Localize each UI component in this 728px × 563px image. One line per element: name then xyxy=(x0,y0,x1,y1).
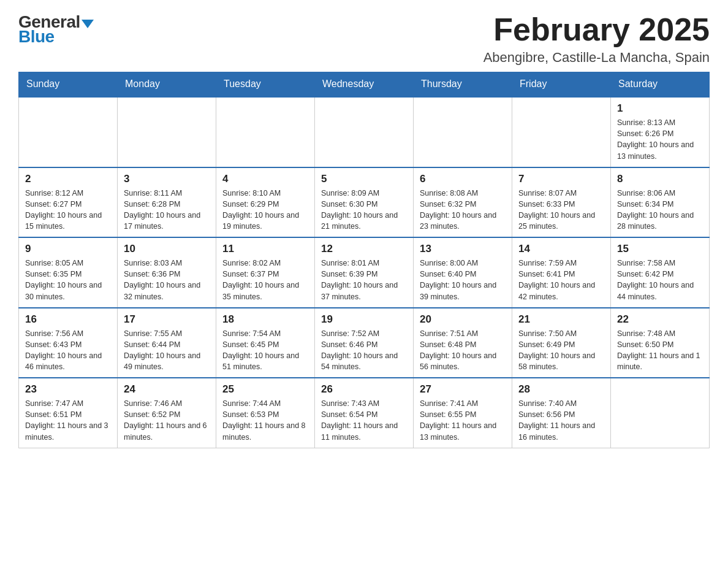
day-number: 1 xyxy=(617,102,703,115)
weekday-header-friday: Friday xyxy=(512,72,611,97)
day-number: 21 xyxy=(518,313,604,326)
day-number: 6 xyxy=(420,173,506,185)
day-info: Sunrise: 8:06 AM Sunset: 6:34 PM Dayligh… xyxy=(617,188,703,232)
day-info: Sunrise: 8:01 AM Sunset: 6:39 PM Dayligh… xyxy=(321,258,407,302)
calendar-cell: 20Sunrise: 7:51 AM Sunset: 6:48 PM Dayli… xyxy=(414,308,512,378)
day-info: Sunrise: 8:11 AM Sunset: 6:28 PM Dayligh… xyxy=(124,188,210,232)
logo-triangle-icon xyxy=(82,20,94,28)
day-info: Sunrise: 7:44 AM Sunset: 6:53 PM Dayligh… xyxy=(222,398,308,443)
day-number: 2 xyxy=(25,173,111,185)
calendar-cell: 28Sunrise: 7:40 AM Sunset: 6:56 PM Dayli… xyxy=(512,378,611,448)
title-section: February 2025 Abengibre, Castille-La Man… xyxy=(483,12,710,66)
calendar-cell: 11Sunrise: 8:02 AM Sunset: 6:37 PM Dayli… xyxy=(216,237,315,308)
day-number: 18 xyxy=(222,313,308,326)
weekday-header-wednesday: Wednesday xyxy=(315,72,414,97)
day-info: Sunrise: 7:59 AM Sunset: 6:41 PM Dayligh… xyxy=(518,258,604,302)
calendar-cell: 13Sunrise: 8:00 AM Sunset: 6:40 PM Dayli… xyxy=(414,237,512,308)
day-info: Sunrise: 8:07 AM Sunset: 6:33 PM Dayligh… xyxy=(518,188,604,232)
calendar-cell: 2Sunrise: 8:12 AM Sunset: 6:27 PM Daylig… xyxy=(19,167,118,238)
calendar-table: SundayMondayTuesdayWednesdayThursdayFrid… xyxy=(18,72,710,448)
calendar-cell: 17Sunrise: 7:55 AM Sunset: 6:44 PM Dayli… xyxy=(118,308,216,378)
day-number: 8 xyxy=(617,173,703,185)
calendar-cell: 8Sunrise: 8:06 AM Sunset: 6:34 PM Daylig… xyxy=(611,167,710,238)
calendar-week-row: 23Sunrise: 7:47 AM Sunset: 6:51 PM Dayli… xyxy=(19,378,710,448)
weekday-header-tuesday: Tuesday xyxy=(216,72,315,97)
calendar-cell: 24Sunrise: 7:46 AM Sunset: 6:52 PM Dayli… xyxy=(118,378,216,448)
day-number: 19 xyxy=(321,313,407,326)
day-info: Sunrise: 8:12 AM Sunset: 6:27 PM Dayligh… xyxy=(25,188,111,232)
calendar-cell: 3Sunrise: 8:11 AM Sunset: 6:28 PM Daylig… xyxy=(118,167,216,238)
day-number: 22 xyxy=(617,313,703,326)
day-number: 26 xyxy=(321,383,407,396)
weekday-header-sunday: Sunday xyxy=(19,72,118,97)
day-info: Sunrise: 7:56 AM Sunset: 6:43 PM Dayligh… xyxy=(25,328,111,373)
calendar-cell: 23Sunrise: 7:47 AM Sunset: 6:51 PM Dayli… xyxy=(19,378,118,448)
calendar-cell: 12Sunrise: 8:01 AM Sunset: 6:39 PM Dayli… xyxy=(315,237,414,308)
calendar-cell xyxy=(611,378,710,448)
day-info: Sunrise: 7:54 AM Sunset: 6:45 PM Dayligh… xyxy=(222,328,308,373)
day-number: 23 xyxy=(25,383,111,396)
day-info: Sunrise: 8:00 AM Sunset: 6:40 PM Dayligh… xyxy=(420,258,506,302)
day-number: 17 xyxy=(124,313,210,326)
day-number: 4 xyxy=(222,173,308,185)
calendar-cell: 6Sunrise: 8:08 AM Sunset: 6:32 PM Daylig… xyxy=(414,167,512,238)
day-info: Sunrise: 7:48 AM Sunset: 6:50 PM Dayligh… xyxy=(617,328,703,373)
day-number: 28 xyxy=(518,383,604,396)
day-number: 5 xyxy=(321,173,407,185)
day-number: 14 xyxy=(518,243,604,255)
day-number: 9 xyxy=(25,243,111,255)
day-info: Sunrise: 7:46 AM Sunset: 6:52 PM Dayligh… xyxy=(124,398,210,443)
day-info: Sunrise: 7:51 AM Sunset: 6:48 PM Dayligh… xyxy=(420,328,506,373)
day-info: Sunrise: 7:50 AM Sunset: 6:49 PM Dayligh… xyxy=(518,328,604,373)
calendar-cell xyxy=(19,97,118,167)
calendar-cell xyxy=(118,97,216,167)
day-number: 25 xyxy=(222,383,308,396)
weekday-header-saturday: Saturday xyxy=(611,72,710,97)
calendar-cell: 22Sunrise: 7:48 AM Sunset: 6:50 PM Dayli… xyxy=(611,308,710,378)
calendar-cell: 19Sunrise: 7:52 AM Sunset: 6:46 PM Dayli… xyxy=(315,308,414,378)
location-title: Abengibre, Castille-La Mancha, Spain xyxy=(483,50,710,66)
calendar-cell xyxy=(216,97,315,167)
day-info: Sunrise: 7:40 AM Sunset: 6:56 PM Dayligh… xyxy=(518,398,604,443)
day-info: Sunrise: 8:13 AM Sunset: 6:26 PM Dayligh… xyxy=(617,117,703,162)
weekday-header-thursday: Thursday xyxy=(414,72,512,97)
day-number: 13 xyxy=(420,243,506,255)
calendar-week-row: 9Sunrise: 8:05 AM Sunset: 6:35 PM Daylig… xyxy=(19,237,710,308)
calendar-cell xyxy=(315,97,414,167)
day-info: Sunrise: 8:02 AM Sunset: 6:37 PM Dayligh… xyxy=(222,258,308,302)
calendar-cell: 15Sunrise: 7:58 AM Sunset: 6:42 PM Dayli… xyxy=(611,237,710,308)
day-info: Sunrise: 7:52 AM Sunset: 6:46 PM Dayligh… xyxy=(321,328,407,373)
day-number: 11 xyxy=(222,243,308,255)
day-info: Sunrise: 7:43 AM Sunset: 6:54 PM Dayligh… xyxy=(321,398,407,443)
calendar-cell xyxy=(414,97,512,167)
calendar-cell: 25Sunrise: 7:44 AM Sunset: 6:53 PM Dayli… xyxy=(216,378,315,448)
day-number: 7 xyxy=(518,173,604,185)
calendar-cell: 26Sunrise: 7:43 AM Sunset: 6:54 PM Dayli… xyxy=(315,378,414,448)
calendar-cell: 1Sunrise: 8:13 AM Sunset: 6:26 PM Daylig… xyxy=(611,97,710,167)
day-info: Sunrise: 8:09 AM Sunset: 6:30 PM Dayligh… xyxy=(321,188,407,232)
calendar-week-row: 2Sunrise: 8:12 AM Sunset: 6:27 PM Daylig… xyxy=(19,167,710,238)
day-number: 20 xyxy=(420,313,506,326)
calendar-cell: 21Sunrise: 7:50 AM Sunset: 6:49 PM Dayli… xyxy=(512,308,611,378)
calendar-cell: 10Sunrise: 8:03 AM Sunset: 6:36 PM Dayli… xyxy=(118,237,216,308)
day-number: 10 xyxy=(124,243,210,255)
day-number: 16 xyxy=(25,313,111,326)
page-header: General Blue February 2025 Abengibre, Ca… xyxy=(18,12,710,66)
day-info: Sunrise: 8:05 AM Sunset: 6:35 PM Dayligh… xyxy=(25,258,111,302)
logo-blue-text: Blue xyxy=(18,27,55,47)
day-info: Sunrise: 8:08 AM Sunset: 6:32 PM Dayligh… xyxy=(420,188,506,232)
logo: General Blue xyxy=(18,12,94,47)
calendar-cell: 14Sunrise: 7:59 AM Sunset: 6:41 PM Dayli… xyxy=(512,237,611,308)
day-info: Sunrise: 8:03 AM Sunset: 6:36 PM Dayligh… xyxy=(124,258,210,302)
month-title: February 2025 xyxy=(483,12,710,47)
day-info: Sunrise: 7:41 AM Sunset: 6:55 PM Dayligh… xyxy=(420,398,506,443)
day-info: Sunrise: 7:55 AM Sunset: 6:44 PM Dayligh… xyxy=(124,328,210,373)
day-info: Sunrise: 8:10 AM Sunset: 6:29 PM Dayligh… xyxy=(222,188,308,232)
day-number: 3 xyxy=(124,173,210,185)
calendar-cell: 9Sunrise: 8:05 AM Sunset: 6:35 PM Daylig… xyxy=(19,237,118,308)
day-number: 15 xyxy=(617,243,703,255)
calendar-cell: 7Sunrise: 8:07 AM Sunset: 6:33 PM Daylig… xyxy=(512,167,611,238)
day-number: 27 xyxy=(420,383,506,396)
day-info: Sunrise: 7:58 AM Sunset: 6:42 PM Dayligh… xyxy=(617,258,703,302)
weekday-header-row: SundayMondayTuesdayWednesdayThursdayFrid… xyxy=(19,72,710,97)
